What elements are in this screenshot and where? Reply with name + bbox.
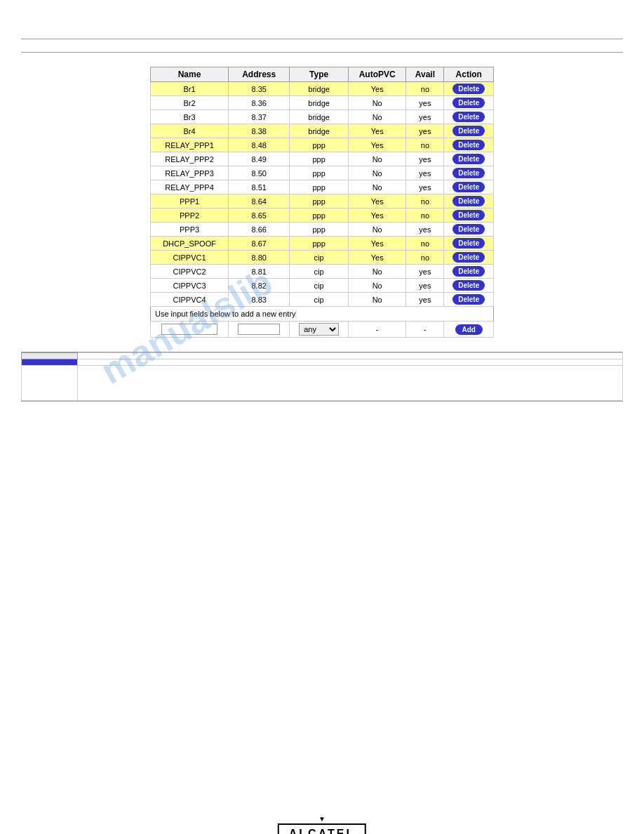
cell-type: bridge (290, 124, 349, 138)
cell-type: ppp (290, 208, 349, 223)
cell-address: 8.82 (229, 279, 290, 293)
table-row: Br28.36bridgeNoyesDelete (151, 96, 494, 110)
cell-avail: no (406, 251, 444, 265)
table-row: RELAY_PPP28.49pppNoyesDelete (151, 152, 494, 166)
table-row: CIPPVC28.81cipNoyesDelete (151, 265, 494, 279)
cell-avail: yes (406, 293, 444, 307)
cell-action: Delete (444, 279, 494, 293)
top-rule (21, 39, 623, 39)
cell-type: ppp (290, 194, 349, 208)
table-row: CIPPVC18.80cipYesnoDelete (151, 251, 494, 265)
cell-autopvc: No (348, 166, 405, 180)
table-container: Name Address Type AutoPVC Avail Action B… (150, 67, 494, 338)
cell-type: ppp (290, 138, 349, 152)
cell-avail: no (406, 208, 444, 223)
cell-action: Delete (444, 124, 494, 138)
add-address-input[interactable] (238, 324, 280, 335)
cell-action: Delete (444, 110, 494, 124)
table-row: PPP38.66pppNoyesDelete (151, 223, 494, 237)
delete-button[interactable]: Delete (452, 98, 485, 108)
delete-button[interactable]: Delete (452, 182, 485, 192)
alcatel-text: ALCATEL (289, 828, 355, 834)
cell-address: 8.66 (229, 223, 290, 237)
delete-button[interactable]: Delete (452, 84, 485, 94)
alcatel-triangle-icon: ▼ (278, 815, 366, 823)
delete-button[interactable]: Delete (452, 210, 485, 220)
cell-name: PPP3 (151, 223, 229, 237)
cell-name: DHCP_SPOOF (151, 237, 229, 251)
alcatel-logo: ▼ ALCATEL (278, 815, 366, 834)
delete-button[interactable]: Delete (452, 154, 485, 164)
cell-avail: yes (406, 110, 444, 124)
cell-address: 8.50 (229, 166, 290, 180)
cell-address: 8.81 (229, 265, 290, 279)
table-row: RELAY_PPP18.48pppYesnoDelete (151, 138, 494, 152)
bottom-section (21, 352, 623, 402)
col-action: Action (444, 67, 494, 82)
table-row: PPP18.64pppYesnoDelete (151, 194, 494, 208)
cell-autopvc: Yes (348, 251, 405, 265)
delete-button[interactable]: Delete (452, 280, 485, 291)
bottom-cell-1-1 (22, 353, 78, 359)
add-button[interactable]: Add (455, 324, 483, 335)
cell-type: cip (290, 265, 349, 279)
alcatel-logo-box: ALCATEL (278, 823, 366, 834)
bottom-table (21, 352, 623, 401)
cell-address: 8.51 (229, 180, 290, 194)
delete-button[interactable]: Delete (452, 266, 485, 277)
table-row: PPP28.65pppYesnoDelete (151, 208, 494, 223)
cell-type: bridge (290, 96, 349, 110)
cell-action: Delete (444, 180, 494, 194)
sub-rule (21, 52, 623, 53)
cell-action: Delete (444, 265, 494, 279)
cell-name: Br3 (151, 110, 229, 124)
cell-address: 8.37 (229, 110, 290, 124)
cell-address: 8.48 (229, 138, 290, 152)
table-row: CIPPVC38.82cipNoyesDelete (151, 279, 494, 293)
cell-avail: no (406, 138, 444, 152)
cell-type: cip (290, 251, 349, 265)
cell-name: Br4 (151, 124, 229, 138)
cell-avail: yes (406, 180, 444, 194)
cell-type: cip (290, 293, 349, 307)
cell-type: ppp (290, 180, 349, 194)
cell-avail: yes (406, 166, 444, 180)
cell-type: bridge (290, 110, 349, 124)
cell-action: Delete (444, 96, 494, 110)
cell-name: PPP1 (151, 194, 229, 208)
hint-text: Use input fields below to add a new entr… (151, 307, 494, 322)
cell-autopvc: Yes (348, 237, 405, 251)
cell-address: 8.36 (229, 96, 290, 110)
bottom-row-3 (22, 366, 623, 401)
add-type-select[interactable]: anybridgepppcip (299, 323, 339, 336)
cell-name: Br1 (151, 82, 229, 96)
add-name-input[interactable] (161, 324, 217, 335)
cell-action: Delete (444, 194, 494, 208)
delete-button[interactable]: Delete (452, 196, 485, 206)
cell-autopvc: No (348, 265, 405, 279)
cell-autopvc: Yes (348, 194, 405, 208)
delete-button[interactable]: Delete (452, 112, 485, 122)
delete-button[interactable]: Delete (452, 294, 485, 305)
add-action-dash: - (406, 322, 444, 338)
cell-avail: yes (406, 265, 444, 279)
delete-button[interactable]: Delete (452, 224, 485, 234)
cell-autopvc: Yes (348, 138, 405, 152)
cell-address: 8.64 (229, 194, 290, 208)
delete-button[interactable]: Delete (452, 252, 485, 263)
delete-button[interactable]: Delete (452, 168, 485, 178)
cell-autopvc: No (348, 152, 405, 166)
cell-type: ppp (290, 166, 349, 180)
delete-button[interactable]: Delete (452, 140, 485, 150)
cell-type: bridge (290, 82, 349, 96)
add-address-cell (229, 322, 290, 338)
cell-avail: yes (406, 152, 444, 166)
cell-action: Delete (444, 208, 494, 223)
cell-name: RELAY_PPP2 (151, 152, 229, 166)
bottom-cell-3-2 (78, 366, 623, 401)
add-row: anybridgepppcip--Add (151, 322, 494, 338)
cell-avail: no (406, 237, 444, 251)
delete-button[interactable]: Delete (452, 126, 485, 136)
delete-button[interactable]: Delete (452, 238, 485, 249)
cell-avail: yes (406, 124, 444, 138)
